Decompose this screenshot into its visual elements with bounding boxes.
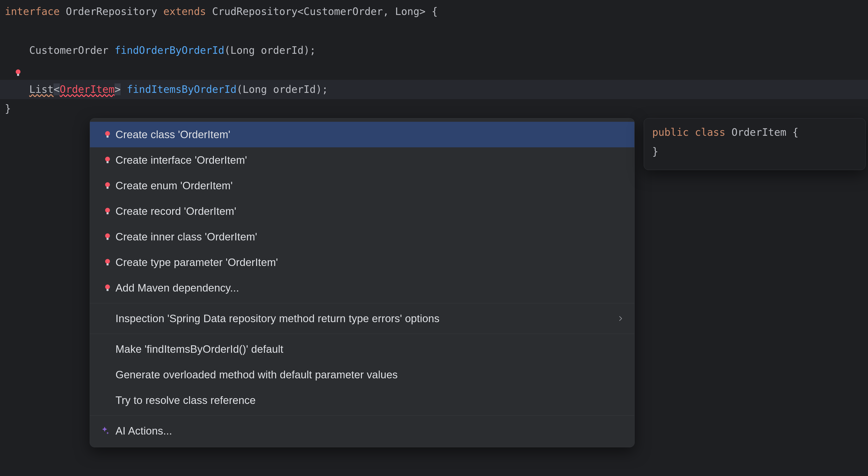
intention-item[interactable]: Add Maven dependency... (90, 275, 634, 301)
bulb-red-icon (100, 207, 116, 215)
intention-item[interactable]: Make 'findItemsByOrderId()' default (90, 337, 634, 362)
code-line-current[interactable]: List<OrderItem> findItemsByOrderId(Long … (0, 80, 868, 99)
svg-rect-11 (106, 238, 109, 240)
type-name: CrudRepository (212, 5, 298, 18)
code-line[interactable] (0, 22, 868, 41)
intention-item-inspection-options[interactable]: Inspection 'Spring Data repository metho… (90, 306, 634, 331)
intention-item[interactable]: Create type parameter 'OrderItem' (90, 250, 634, 275)
intention-item[interactable]: Create enum 'OrderItem' (90, 173, 634, 198)
bulb-red-icon (100, 182, 116, 190)
svg-point-12 (105, 259, 110, 264)
svg-rect-1 (17, 74, 19, 76)
svg-point-2 (105, 131, 110, 136)
intention-item-label: Create class 'OrderItem' (116, 129, 624, 140)
svg-rect-3 (106, 135, 109, 138)
intention-item-label: Create enum 'OrderItem' (116, 180, 624, 192)
intention-item-label: Create record 'OrderItem' (116, 205, 624, 217)
code-line[interactable] (0, 60, 868, 80)
intention-item-ai-actions[interactable]: AI Actions... (90, 418, 634, 444)
separator (90, 415, 634, 416)
intention-item-label: Create type parameter 'OrderItem' (116, 256, 624, 268)
intention-item-label: AI Actions... (116, 425, 624, 437)
svg-rect-5 (106, 161, 109, 163)
intention-item-label: Create inner class 'OrderItem' (116, 231, 624, 243)
intention-item-label: Make 'findItemsByOrderId()' default (116, 343, 624, 355)
svg-rect-7 (106, 187, 109, 189)
svg-point-8 (105, 208, 110, 213)
preview-code-line: } (652, 142, 857, 161)
bulb-red-icon (100, 156, 116, 164)
method-name: findOrderByOrderId (115, 44, 224, 56)
svg-point-0 (16, 69, 21, 74)
svg-point-6 (105, 182, 110, 187)
preview-code-line: public class OrderItem { (652, 123, 857, 142)
bulb-red-icon (100, 233, 116, 241)
intention-item-label: Try to resolve class reference (116, 394, 624, 406)
svg-point-10 (105, 233, 110, 238)
intention-item-label: Inspection 'Spring Data repository metho… (116, 313, 618, 324)
svg-point-4 (105, 157, 110, 162)
svg-rect-13 (106, 263, 109, 265)
error-reference: OrderItem (60, 84, 115, 95)
intention-item[interactable]: Create class 'OrderItem' (90, 122, 634, 147)
intention-item-label: Add Maven dependency... (116, 282, 624, 294)
ai-sparkle-icon (100, 426, 116, 436)
intention-item[interactable]: Generate overloaded method with default … (90, 362, 634, 387)
chevron-right-icon (618, 315, 624, 322)
type-name: OrderRepository (66, 5, 157, 18)
intention-actions-popup: Create class 'OrderItem'Create interface… (90, 118, 634, 447)
bulb-red-icon (100, 284, 116, 292)
svg-point-14 (105, 285, 110, 289)
keyword: extends (163, 5, 206, 18)
intention-item-label: Generate overloaded method with default … (116, 369, 624, 381)
keyword: interface (5, 5, 60, 18)
bulb-red-icon (100, 130, 116, 139)
method-name: findItemsByOrderId (127, 84, 237, 95)
intention-bulb-icon[interactable] (14, 69, 22, 77)
intention-item[interactable]: Create record 'OrderItem' (90, 198, 634, 224)
intention-item[interactable]: Create interface 'OrderItem' (90, 147, 634, 173)
svg-rect-15 (106, 289, 109, 291)
bulb-red-icon (100, 258, 116, 266)
intention-item[interactable]: Create inner class 'OrderItem' (90, 224, 634, 250)
intention-item[interactable]: Try to resolve class reference (90, 387, 634, 413)
code-line[interactable]: } (0, 99, 868, 119)
code-line[interactable]: interface OrderRepository extends CrudRe… (0, 2, 868, 22)
code-line[interactable]: CustomerOrder findOrderByOrderId(Long or… (0, 41, 868, 60)
intention-item-label: Create interface 'OrderItem' (116, 154, 624, 166)
intention-preview-panel: public class OrderItem { } (644, 118, 866, 170)
svg-rect-9 (106, 212, 109, 214)
